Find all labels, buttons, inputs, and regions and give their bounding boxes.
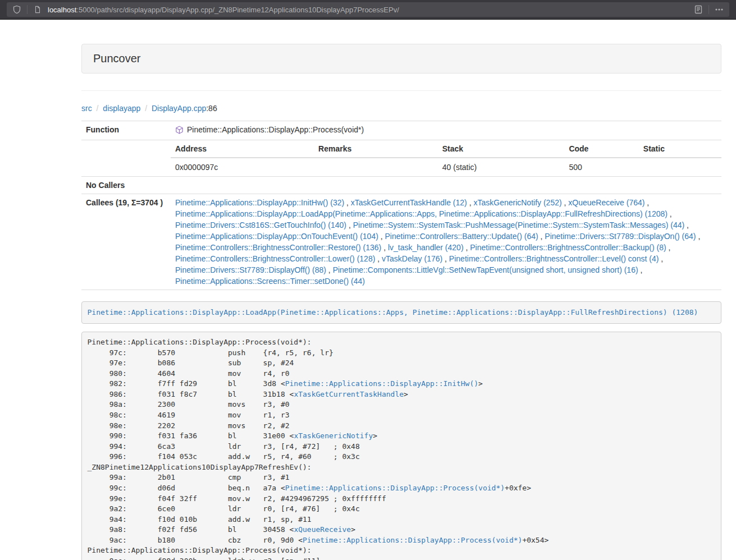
page-content: Puncover src / displayapp / DisplayApp.c… — [81, 44, 721, 560]
breadcrumb-src[interactable]: src — [81, 104, 92, 113]
browser-toolbar: localhost:5000/path/src/displayapp/Displ… — [0, 0, 736, 20]
callee-link[interactable]: Pinetime::System::SystemTask::PushMessag… — [353, 221, 685, 229]
asm-symbol-link[interactable]: Pinetime::Applications::DisplayApp::Init… — [285, 379, 478, 388]
callee-link[interactable]: Pinetime::Applications::Screens::Timer::… — [175, 277, 365, 286]
col-static: Static — [639, 140, 721, 158]
callee-link[interactable]: xTaskGenericNotify (252) — [473, 198, 561, 207]
callee-link[interactable]: Pinetime::Applications::DisplayApp::OnTo… — [175, 232, 378, 241]
url-host: localhost — [48, 6, 76, 14]
breadcrumb-line-number: :86 — [206, 104, 217, 113]
asm-symbol-link[interactable]: xQueueReceive — [294, 525, 351, 534]
urlbar-divider-right — [708, 5, 709, 14]
callees-list: Pinetime::Applications::DisplayApp::Init… — [171, 194, 721, 290]
function-name: Pinetime::Applications::DisplayApp::Proc… — [187, 125, 364, 134]
breadcrumb-displayapp[interactable]: displayapp — [103, 104, 140, 113]
callee-link[interactable]: Pinetime::Drivers::St7789::DisplayOn() (… — [545, 232, 696, 241]
breadcrumb: src / displayapp / DisplayApp.cpp:86 — [81, 104, 721, 113]
callees-label: Callees (19, Σ=3704 ) — [81, 194, 171, 290]
col-remarks: Remarks — [314, 140, 438, 158]
callee-link[interactable]: xQueueReceive (764) — [568, 198, 644, 207]
function-detail-table: Address Remarks Stack Code Static 0x0000… — [171, 140, 721, 176]
breadcrumb-separator: / — [143, 104, 149, 113]
callee-link[interactable]: Pinetime::Controllers::BrightnessControl… — [449, 254, 659, 263]
callee-link[interactable]: lv_task_handler (420) — [388, 243, 464, 252]
callee-link[interactable]: Pinetime::Applications::DisplayApp::Load… — [175, 209, 668, 218]
no-callers-row: No Callers — [81, 177, 721, 194]
address-value: 0x0000097c — [171, 158, 314, 176]
callees-row: Callees (19, Σ=3704 ) Pinetime::Applicat… — [81, 194, 721, 290]
asm-symbol-link[interactable]: Pinetime::Applications::DisplayApp::Proc… — [303, 536, 522, 544]
asm-symbol-link[interactable]: xTaskGenericNotify — [294, 432, 373, 440]
static-value — [639, 158, 721, 176]
callee-link[interactable]: Pinetime::Components::LittleVgl::SetNewT… — [333, 265, 638, 274]
loadapp-caller-link[interactable]: Pinetime::Applications::DisplayApp::Load… — [88, 308, 698, 316]
callee-link[interactable]: vTaskDelay (176) — [382, 254, 442, 263]
stack-value: 40 (static) — [438, 158, 565, 176]
reader-mode-icon[interactable] — [693, 4, 704, 15]
callee-link[interactable]: xTaskGetCurrentTaskHandle (12) — [351, 198, 467, 207]
asm-symbol-link[interactable]: Pinetime::Applications::DisplayApp::Proc… — [285, 484, 505, 492]
code-value: 500 — [564, 158, 638, 176]
page-info-icon[interactable] — [32, 4, 43, 15]
urlbar-divider — [27, 5, 28, 14]
callee-link[interactable]: Pinetime::Applications::DisplayApp::Init… — [175, 198, 344, 207]
url-path: :5000/path/src/displayapp/DisplayApp.cpp… — [76, 6, 399, 14]
shield-icon[interactable] — [11, 4, 22, 15]
callee-link[interactable]: Pinetime::Drivers::Cst816S::GetTouchInfo… — [175, 221, 346, 229]
function-row: Function Pinetime::Applications::Display… — [81, 121, 721, 140]
table-row: 0x0000097c 40 (static) 500 — [171, 158, 721, 176]
function-detail-row: Address Remarks Stack Code Static 0x0000… — [81, 140, 721, 177]
no-callers-label: No Callers — [81, 177, 171, 194]
disassembly-block: Pinetime::Applications::DisplayApp::Proc… — [81, 332, 721, 560]
symbol-cube-icon — [175, 126, 184, 137]
callee-link[interactable]: Pinetime::Controllers::Battery::Update()… — [385, 232, 538, 241]
col-code: Code — [564, 140, 638, 158]
col-address: Address — [171, 140, 314, 158]
breadcrumb-file[interactable]: DisplayApp.cpp — [152, 104, 206, 113]
callee-link[interactable]: Pinetime::Controllers::BrightnessControl… — [175, 254, 375, 263]
asm-symbol-link[interactable]: xTaskGetCurrentTaskHandle — [294, 390, 404, 398]
function-label: Function — [81, 121, 171, 140]
callee-link[interactable]: Pinetime::Controllers::BrightnessControl… — [470, 243, 666, 252]
callee-link[interactable]: Pinetime::Drivers::St7789::DisplayOff() … — [175, 265, 326, 274]
function-table: Function Pinetime::Applications::Display… — [81, 121, 721, 290]
header-divider — [81, 90, 721, 91]
caller-line-block: Pinetime::Applications::DisplayApp::Load… — [81, 301, 721, 324]
no-callers-value — [171, 177, 721, 194]
empty-label — [81, 140, 171, 177]
url-text[interactable]: localhost:5000/path/src/displayapp/Displ… — [48, 6, 399, 14]
callee-link[interactable]: Pinetime::Controllers::BrightnessControl… — [175, 243, 381, 252]
col-stack: Stack — [438, 140, 565, 158]
breadcrumb-separator: / — [94, 104, 101, 113]
app-title: Puncover — [93, 52, 141, 65]
more-options-icon[interactable] — [714, 4, 725, 15]
url-bar[interactable]: localhost:5000/path/src/displayapp/Displ… — [7, 2, 729, 17]
remarks-value — [314, 158, 438, 176]
app-header: Puncover — [81, 44, 721, 74]
